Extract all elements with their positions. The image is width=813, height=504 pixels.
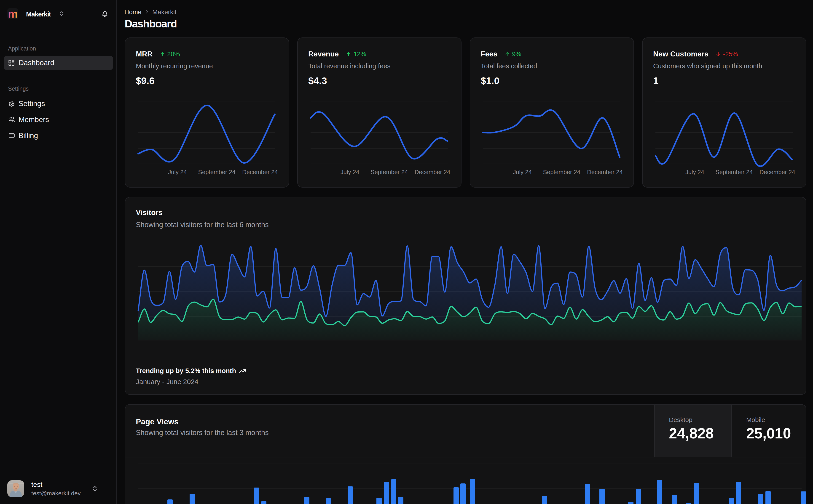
svg-text:m: m	[8, 8, 18, 19]
